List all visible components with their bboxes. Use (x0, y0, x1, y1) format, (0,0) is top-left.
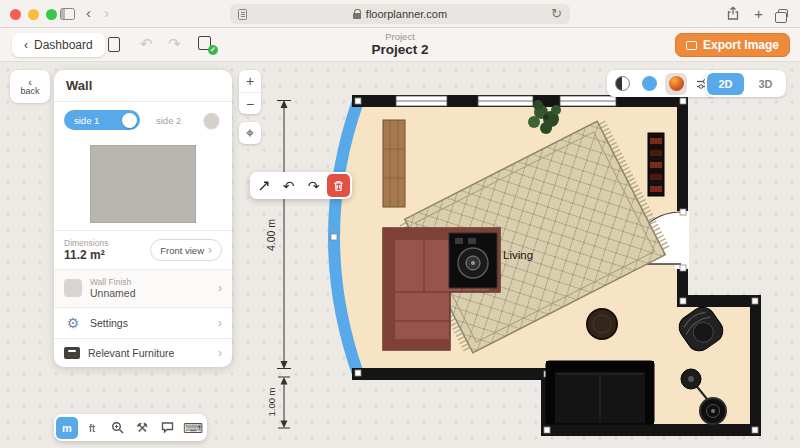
black-sofa[interactable] (546, 361, 654, 424)
render-view-icon[interactable] (665, 73, 687, 95)
unit-ft-button[interactable]: ft (81, 417, 103, 439)
zoom-controls: + − (239, 70, 261, 114)
settings-label: Settings (90, 317, 128, 329)
room-label: Living (503, 249, 533, 261)
relevant-furniture-label: Relevant Furniture (88, 347, 174, 359)
view-style-controls (607, 70, 718, 97)
furniture-box-icon (64, 347, 80, 359)
redo-icon[interactable]: ↷ (168, 36, 181, 51)
share-icon[interactable] (727, 6, 739, 21)
contrast-view-icon[interactable] (611, 73, 633, 95)
side-table[interactable] (587, 309, 617, 339)
wall-finish-row[interactable]: Wall Finish Unnamed › (54, 269, 232, 307)
panel-title: Wall (54, 70, 232, 102)
wall-preview[interactable] (54, 138, 232, 230)
draw-wall-tool-icon[interactable] (252, 174, 275, 197)
tools-icon[interactable]: ⚒ (131, 417, 153, 439)
save-status-icon: ✓ (198, 36, 214, 52)
back-chevron-icon: ‹ (28, 78, 32, 86)
mode-3d-button[interactable]: 3D (747, 73, 784, 95)
radiator-shelf[interactable] (648, 133, 664, 196)
dashboard-label: Dashboard (34, 38, 93, 52)
wall-finish-label: Wall Finish (90, 277, 136, 287)
export-image-button[interactable]: Export Image (675, 33, 790, 57)
reader-icon[interactable] (238, 9, 247, 20)
round-lamp[interactable] (700, 398, 726, 424)
mode-2d-button[interactable]: 2D (707, 73, 744, 95)
dimension-main-label: 4.00 m (265, 219, 277, 251)
window-controls (10, 9, 64, 20)
reload-icon[interactable]: ↻ (551, 6, 562, 21)
minimize-window-button[interactable] (28, 9, 39, 20)
front-view-button[interactable]: Front view › (150, 239, 222, 261)
dashboard-button[interactable]: ‹ Dashboard (12, 33, 105, 57)
side-toggles: side 1 side 2 (54, 102, 232, 138)
sidebar-toggle-icon[interactable] (60, 8, 75, 20)
mode-toggle: 2D 3D (705, 70, 786, 97)
chevron-right-icon: › (218, 346, 222, 360)
undo-icon[interactable]: ↶ (140, 36, 153, 51)
wall-context-toolbar: ↶ ↷ (250, 172, 352, 199)
relevant-furniture-row[interactable]: Relevant Furniture › (54, 338, 232, 367)
side2-toggle[interactable]: side 2 (146, 110, 222, 130)
settings-row[interactable]: ⚙ Settings › (54, 307, 232, 338)
toggle-knob (204, 113, 219, 128)
trash-icon (333, 180, 344, 192)
blueprint-view-icon[interactable] (638, 73, 660, 95)
zoom-window-button[interactable] (46, 9, 57, 20)
browser-actions: + (727, 6, 788, 21)
toggle-knob (122, 113, 137, 128)
browser-forward-icon[interactable]: › (104, 4, 109, 21)
url-bar[interactable]: floorplanner.com ↻ (230, 4, 570, 24)
tab-overview-icon[interactable] (778, 9, 788, 18)
chevron-right-icon: › (218, 316, 222, 330)
cabinet[interactable] (383, 120, 405, 207)
unit-m-button[interactable]: m (56, 417, 78, 439)
saved-check-icon: ✓ (208, 45, 218, 55)
keyboard-icon[interactable]: ⌨ (181, 417, 205, 439)
wall-finish-value: Unnamed (90, 287, 136, 300)
close-window-button[interactable] (10, 9, 21, 20)
url-text: floorplanner.com (366, 8, 447, 20)
chevron-right-icon: › (208, 243, 212, 257)
curve-wall-right-icon[interactable]: ↷ (302, 174, 325, 197)
delete-wall-button[interactable] (327, 174, 350, 197)
dimensions-value: 11.2 m² (64, 248, 108, 262)
screen: ‹ › floorplanner.com ↻ + ‹ Dashboard ↶ ↷… (0, 0, 800, 448)
comment-icon[interactable] (156, 417, 178, 439)
zoom-in-button[interactable]: + (239, 70, 261, 92)
image-icon (686, 41, 697, 50)
project-name: Project 2 (371, 42, 428, 57)
browser-back-icon[interactable]: ‹ (86, 4, 91, 21)
chevron-right-icon: › (218, 281, 222, 295)
back-chevron-icon: ‹ (24, 38, 28, 52)
zoom-out-button[interactable]: − (239, 92, 261, 114)
speaker[interactable] (449, 233, 497, 288)
lock-icon (353, 13, 361, 19)
dimension-secondary (278, 377, 290, 428)
wall-panel: Wall side 1 side 2 Dimensions 11.2 m² (54, 70, 232, 367)
back-button[interactable]: ‹ back (10, 70, 50, 103)
magnifier-icon[interactable] (106, 417, 128, 439)
gear-icon: ⚙ (64, 315, 82, 331)
center-view-button[interactable]: ⌖ (239, 122, 261, 144)
dimensions-label: Dimensions (64, 238, 108, 248)
browser-chrome: ‹ › floorplanner.com ↻ + (0, 0, 800, 28)
dimensions-section: Dimensions 11.2 m² Front view › (54, 230, 232, 269)
side1-toggle[interactable]: side 1 (64, 110, 140, 130)
wall-texture-swatch (90, 145, 196, 223)
floorplan-workspace[interactable]: Living (0, 62, 800, 448)
project-title-block: Project Project 2 (371, 31, 428, 57)
bottom-toolbar: m ft ⚒ ⌨ (54, 414, 207, 441)
app-toolbar: ‹ Dashboard ↶ ↷ ✓ Project Project 2 Expo… (0, 28, 800, 62)
back-label: back (20, 86, 39, 96)
curve-wall-left-icon[interactable]: ↶ (277, 174, 300, 197)
new-tab-icon[interactable]: + (754, 7, 763, 21)
windows[interactable] (396, 96, 616, 106)
new-project-icon[interactable] (108, 37, 120, 52)
wall-finish-swatch-icon (64, 279, 82, 297)
dimension-main (277, 100, 291, 369)
project-label: Project (371, 31, 428, 42)
dimension-secondary-label: 1.00 m (266, 387, 277, 416)
